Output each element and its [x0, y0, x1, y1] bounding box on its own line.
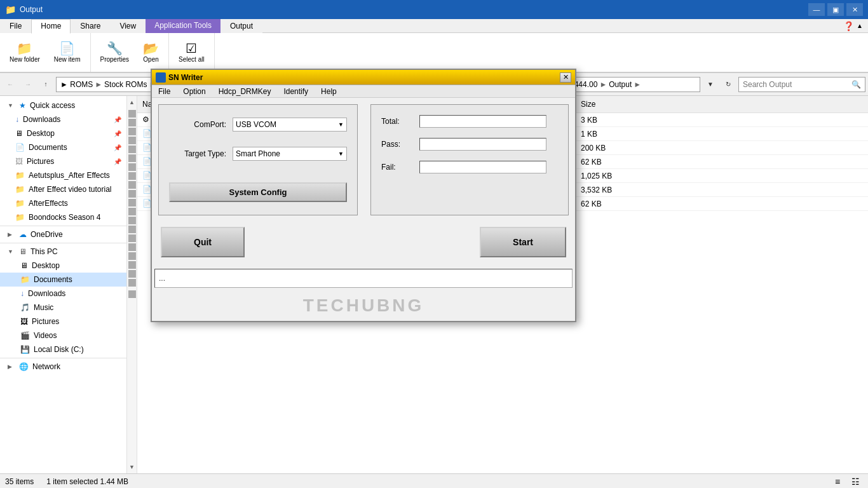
menu-hdcp[interactable]: Hdcp_DRMKey [212, 86, 278, 97]
menu-help[interactable]: Help [315, 86, 343, 97]
target-type-row: Target Type: Smart Phone ▼ [169, 147, 347, 161]
modal-body: ComPort: USB VCOM ▼ Target Type: Smart P… [152, 98, 575, 269]
target-type-select[interactable]: Smart Phone ▼ [233, 147, 347, 161]
total-label: Total: [381, 117, 413, 126]
modal-top-section: ComPort: USB VCOM ▼ Target Type: Smart P… [158, 104, 569, 215]
modal-title-bar: SN Writer ✕ [152, 70, 575, 85]
pass-label: Pass: [381, 140, 413, 149]
modal-action-buttons: Quit Start [158, 222, 569, 262]
modal-menu-bar: File Option Hdcp_DRMKey Identify Help [152, 85, 575, 98]
total-input[interactable] [419, 115, 546, 128]
menu-identify[interactable]: Identify [277, 86, 315, 97]
fail-label: Fail: [381, 163, 413, 172]
log-text: ... [159, 274, 165, 283]
sn-writer-window: SN Writer ✕ File Option Hdcp_DRMKey Iden… [151, 69, 576, 322]
modal-close-button[interactable]: ✕ [560, 72, 571, 83]
fail-row: Fail: [381, 161, 558, 173]
pass-input[interactable] [419, 138, 546, 151]
start-button[interactable]: Start [480, 227, 566, 257]
sn-writer-icon [156, 72, 166, 83]
target-type-label: Target Type: [169, 149, 226, 158]
menu-file[interactable]: File [152, 86, 177, 97]
total-row: Total: [381, 115, 558, 128]
target-type-dropdown-icon: ▼ [338, 151, 344, 157]
pass-row: Pass: [381, 138, 558, 151]
modal-overlay: SN Writer ✕ File Option Hdcp_DRMKey Iden… [0, 0, 868, 488]
modal-right-panel: Total: Pass: Fail: [370, 104, 569, 215]
comport-dropdown-icon: ▼ [338, 121, 344, 128]
menu-option[interactable]: Option [177, 86, 212, 97]
comport-select[interactable]: USB VCOM ▼ [233, 118, 347, 132]
modal-left-panel: ComPort: USB VCOM ▼ Target Type: Smart P… [158, 104, 358, 215]
quit-button[interactable]: Quit [161, 227, 245, 257]
modal-title: SN Writer [156, 72, 203, 83]
comport-label: ComPort: [169, 120, 226, 129]
system-config-button[interactable]: System Config [169, 182, 347, 202]
comport-row: ComPort: USB VCOM ▼ [169, 118, 347, 132]
fail-input[interactable] [419, 161, 546, 173]
watermark: TECHUBNG [152, 290, 575, 321]
modal-log-area: ... [154, 269, 573, 288]
